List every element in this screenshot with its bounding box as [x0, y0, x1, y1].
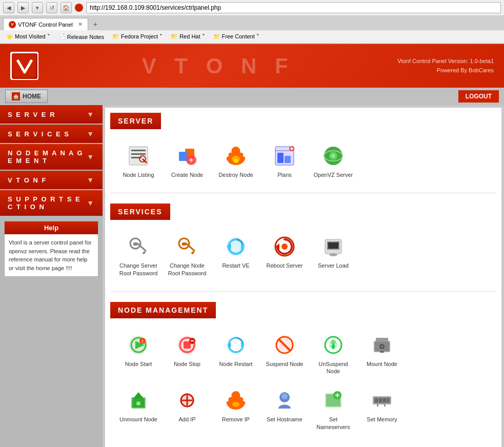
- remove-ip-item[interactable]: Remove IP: [213, 384, 259, 435]
- more-button[interactable]: ▾: [32, 2, 43, 13]
- create-node-item[interactable]: + Create Node: [164, 139, 210, 182]
- unmount-node-icon: [126, 388, 151, 413]
- restart-ve-item[interactable]: Restart VE: [213, 230, 259, 281]
- bookmark-fedora[interactable]: 📁 Fedora Project ˅: [109, 32, 166, 42]
- node-management-section: NODE MANAGEMENT ! N: [110, 302, 496, 447]
- set-hostname-label: Set Hostname: [267, 416, 303, 423]
- new-tab-button[interactable]: +: [89, 18, 102, 30]
- node-listing-item[interactable]: Node Listing: [115, 139, 162, 182]
- sidebar-arrow-icon: ▼: [87, 199, 95, 207]
- node-start-item[interactable]: ! Node Start: [115, 329, 162, 379]
- browser-tabs: V VTONF Control Panel ✕ +: [0, 16, 504, 30]
- logout-button[interactable]: LOGOUT: [458, 90, 499, 103]
- node-start-icon: !: [126, 333, 151, 357]
- openvz-item[interactable]: OpenVZ Server: [310, 139, 356, 182]
- create-node-icon: +: [175, 144, 199, 168]
- suspend-node-item[interactable]: Suspend Node: [261, 329, 308, 379]
- svg-rect-68: [380, 351, 384, 353]
- set-nameservers-item[interactable]: Set Nameservers: [310, 384, 356, 435]
- set-hard-disk-space-item[interactable]: Set Hard Disk Space: [115, 440, 162, 447]
- node-stop-item[interactable]: Node Stop: [164, 329, 210, 379]
- plans-item[interactable]: Plans: [261, 139, 308, 182]
- browser-chrome: ◀ ▶ ▾ ↺ 🏠 V VTONF Control Panel ✕ + ⭐ Mo…: [0, 0, 504, 44]
- bookmark-folder-icon: 📁: [171, 33, 178, 40]
- svg-point-12: [233, 159, 238, 163]
- svg-rect-92: [384, 404, 386, 407]
- sidebar-item-services[interactable]: S E R V I C E S ▼: [0, 125, 103, 143]
- services-icon-grid: Change Server Root Password Change Node …: [110, 228, 496, 283]
- reboot-server-item[interactable]: Reboot Server: [261, 230, 308, 281]
- add-ip-item[interactable]: Add IP: [164, 384, 210, 435]
- svg-text:+: +: [189, 156, 193, 164]
- node-management-row1: ! Node Start: [110, 326, 496, 382]
- svg-rect-2: [131, 150, 146, 151]
- bookmark-folder-icon: 📁: [112, 33, 119, 40]
- node-memory-usage-item[interactable]: Node Memory Usage: [164, 440, 210, 447]
- bookmark-label: Release Notes: [67, 34, 104, 40]
- active-tab[interactable]: V VTONF Control Panel ✕: [3, 18, 88, 30]
- svg-rect-88: [379, 398, 382, 402]
- sidebar-arrow-icon: ▼: [87, 176, 95, 184]
- home-button[interactable]: 🏠 HOME: [5, 90, 48, 103]
- node-restart-item[interactable]: Node Restart: [213, 329, 259, 379]
- set-memory-item[interactable]: Set Memory: [359, 384, 405, 435]
- svg-rect-40: [328, 242, 338, 249]
- node-uptime-icon: [272, 444, 297, 447]
- set-hostname-icon: [272, 388, 297, 413]
- version-line1: Vtonf Control Panel Version: 1.0-beta1: [397, 57, 494, 66]
- help-box: Help Vtonf is a server control panel for…: [4, 221, 98, 277]
- svg-rect-65: [376, 338, 388, 342]
- services-section: SERVICES Change Server Root Password: [110, 204, 496, 292]
- bookmark-most-visited[interactable]: ⭐ Most Visited ˅: [3, 32, 53, 42]
- destroy-node-item[interactable]: Destroy Node: [213, 139, 259, 182]
- node-management-row3: Set Hard Disk Space: [110, 437, 496, 447]
- sidebar-item-server[interactable]: S E R V E R ▼: [0, 105, 103, 124]
- node-status-item[interactable]: Node Status: [213, 440, 259, 447]
- set-nameservers-label: Set Nameservers: [312, 416, 354, 431]
- suspend-node-icon: [272, 333, 297, 357]
- url-bar[interactable]: [86, 2, 501, 13]
- bookmark-redhat[interactable]: 📁 Red Hat ˅: [168, 32, 208, 42]
- vtonf-version: Vtonf Control Panel Version: 1.0-beta1 P…: [397, 57, 494, 75]
- sidebar-item-vtonf[interactable]: V T O N F ▼: [0, 171, 103, 189]
- set-hostname-item[interactable]: Set Hostname: [261, 384, 308, 435]
- server-load-item[interactable]: Server Load: [310, 230, 356, 281]
- change-node-root-password-item[interactable]: Change Node Root Password: [164, 230, 210, 281]
- mount-node-item[interactable]: Mount Node: [359, 329, 405, 379]
- change-plan-item[interactable]: Change Plan: [359, 440, 405, 447]
- back-button[interactable]: ◀: [3, 2, 14, 13]
- bookmark-free-content[interactable]: 📁 Free Content ˅: [210, 32, 263, 42]
- unsuspend-node-item[interactable]: UnSuspend Node: [310, 329, 356, 379]
- sidebar-item-node-management[interactable]: N O D E M A N A G E M E N T ▼: [0, 144, 103, 170]
- node-stop-label: Node Stop: [174, 360, 200, 368]
- bookmark-release-notes[interactable]: 📄 Release Notes: [55, 32, 107, 42]
- plans-label: Plans: [277, 171, 292, 178]
- server-load-icon: [321, 234, 346, 259]
- node-uptime-item[interactable]: Node Uptime: [261, 440, 308, 447]
- reload-button[interactable]: ↺: [46, 2, 57, 13]
- sidebar-vtonf-label: V T O N F: [8, 176, 47, 184]
- node-stop-icon: [175, 333, 199, 357]
- unmount-node-item[interactable]: Unmount Node: [115, 384, 162, 435]
- set-memory-icon: [370, 388, 394, 413]
- sidebar-support-label: S U P P O R T S E C T I O N: [8, 195, 87, 211]
- destroy-node-label: Destroy Node: [218, 171, 253, 178]
- forward-button[interactable]: ▶: [17, 2, 29, 13]
- node-free-memory-item[interactable]: Node Free Memory: [310, 440, 356, 447]
- svg-point-72: [136, 401, 140, 405]
- sidebar-arrow-icon: ▼: [87, 130, 95, 138]
- create-node-label: Create Node: [171, 171, 203, 178]
- tab-close-icon[interactable]: ✕: [78, 21, 83, 28]
- destroy-node-icon: [224, 144, 248, 168]
- change-server-root-password-item[interactable]: Change Server Root Password: [115, 230, 162, 281]
- home-icon: 🏠: [12, 92, 20, 100]
- home-nav-button[interactable]: 🏠: [61, 2, 72, 13]
- bookmark-page-icon: 📄: [58, 33, 66, 40]
- svg-point-67: [381, 346, 383, 348]
- mount-node-icon: [370, 333, 394, 357]
- svg-rect-25: [133, 242, 137, 246]
- unsuspend-node-icon: [321, 333, 346, 357]
- svg-rect-87: [375, 398, 378, 402]
- restart-ve-label: Restart VE: [222, 262, 249, 269]
- sidebar-item-support[interactable]: S U P P O R T S E C T I O N ▼: [0, 190, 103, 216]
